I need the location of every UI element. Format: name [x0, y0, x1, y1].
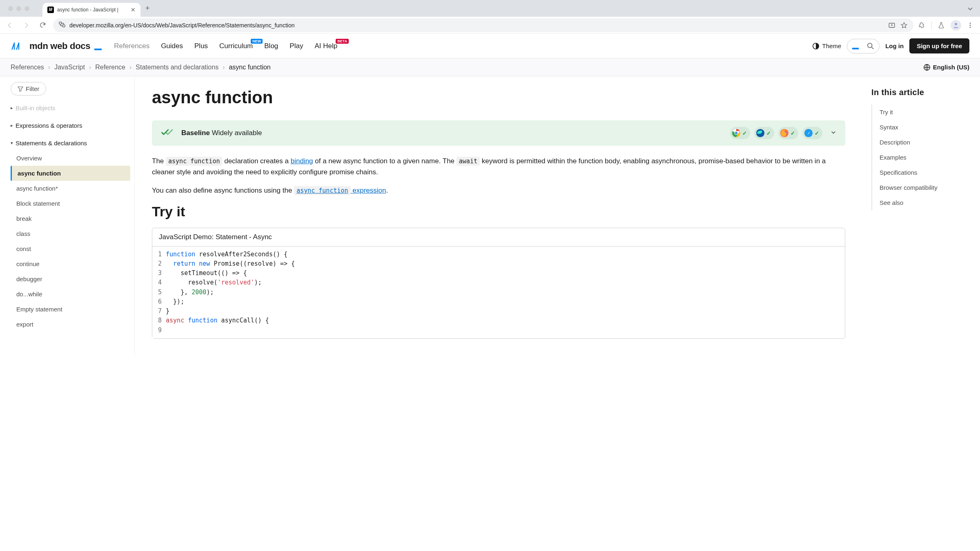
- nav-ai-help[interactable]: AI Help BETA: [314, 42, 337, 50]
- crumb-reference[interactable]: Reference: [95, 64, 125, 71]
- breadcrumb: References › JavaScript › Reference › St…: [11, 64, 271, 71]
- edge-icon: [756, 129, 765, 138]
- globe-icon: [923, 64, 931, 71]
- nav-curriculum[interactable]: Curriculum NEW: [219, 42, 253, 50]
- table-of-contents: In this article Try it Syntax Descriptio…: [862, 76, 980, 355]
- nav-guides[interactable]: Guides: [161, 42, 183, 50]
- language-switcher[interactable]: English (US): [923, 64, 969, 71]
- toc-try-it[interactable]: Try it: [872, 104, 970, 120]
- url-text: developer.mozilla.org/en-US/docs/Web/Jav…: [69, 22, 294, 29]
- svg-rect-0: [59, 22, 62, 24]
- search-icon: [867, 42, 874, 50]
- sidebar-item-break[interactable]: break: [11, 211, 130, 226]
- line-gutter: 123456789: [152, 247, 166, 338]
- new-badge: NEW: [251, 39, 263, 44]
- svg-point-4: [970, 22, 971, 24]
- sidebar-item-empty-statement[interactable]: Empty statement: [11, 302, 130, 317]
- sidebar-group-builtin[interactable]: Built-in objects: [11, 100, 130, 116]
- toc-browser-compatibility[interactable]: Browser compatibility: [872, 180, 970, 195]
- nav-blog[interactable]: Blog: [264, 42, 278, 50]
- svg-point-6: [970, 27, 971, 28]
- kebab-menu-icon[interactable]: [967, 22, 973, 29]
- main-nav: References Guides Plus Curriculum NEW Bl…: [114, 42, 337, 50]
- star-icon[interactable]: [900, 22, 908, 29]
- logo[interactable]: mdn web docs: [11, 41, 102, 51]
- extensions-icon[interactable]: [918, 22, 926, 29]
- minimize-window-icon[interactable]: [16, 6, 21, 11]
- toc-specifications[interactable]: Specifications: [872, 165, 970, 180]
- reload-button[interactable]: [37, 20, 48, 31]
- code-content[interactable]: function resolveAfter2Seconds() { return…: [166, 247, 295, 338]
- check-icon: ✓: [742, 130, 747, 136]
- site-controls-icon[interactable]: [59, 21, 65, 29]
- breadcrumb-row: References › JavaScript › Reference › St…: [0, 58, 980, 76]
- sidebar-item-async-function-star[interactable]: async function*: [11, 181, 130, 196]
- chevron-right-icon: ›: [129, 64, 131, 71]
- sidebar-item-block-statement[interactable]: Block statement: [11, 196, 130, 211]
- link-binding[interactable]: binding: [291, 157, 313, 165]
- address-bar[interactable]: developer.mozilla.org/en-US/docs/Web/Jav…: [53, 18, 913, 32]
- crumb-references[interactable]: References: [11, 64, 44, 71]
- toc-see-also[interactable]: See also: [872, 195, 970, 210]
- sidebar: Filter Built-in objects Expressions & op…: [0, 76, 135, 355]
- chevron-down-icon[interactable]: [967, 5, 973, 12]
- sidebar-group-statements[interactable]: Statements & declarations Overview async…: [11, 136, 130, 332]
- toc-examples[interactable]: Examples: [872, 150, 970, 165]
- sidebar-item-async-function[interactable]: async function: [11, 166, 130, 181]
- browser-support-pills: ✓ ✓ ✓ ✓: [730, 127, 822, 139]
- baseline-banner: Baseline Widely available ✓ ✓ ✓ ✓: [152, 120, 845, 146]
- search-button[interactable]: [847, 39, 880, 53]
- page-title: async function: [152, 88, 845, 107]
- toc-syntax[interactable]: Syntax: [872, 120, 970, 135]
- maximize-window-icon[interactable]: [24, 6, 29, 11]
- check-icon: ✓: [791, 130, 795, 136]
- svg-point-5: [970, 24, 971, 26]
- sidebar-item-overview[interactable]: Overview: [11, 151, 130, 166]
- sidebar-item-class[interactable]: class: [11, 226, 130, 241]
- main-content: async function Baseline Widely available…: [135, 76, 862, 355]
- baseline-text: Baseline Widely available: [181, 129, 262, 137]
- install-icon[interactable]: [888, 22, 895, 29]
- close-window-icon[interactable]: [8, 6, 13, 11]
- chrome-icon: [732, 129, 741, 138]
- nav-plus[interactable]: Plus: [194, 42, 208, 50]
- toc-description[interactable]: Description: [872, 135, 970, 150]
- check-icon: ✓: [815, 130, 819, 136]
- theme-icon: [812, 42, 820, 50]
- link-async-function-expression[interactable]: async function expression: [294, 187, 386, 194]
- close-tab-icon[interactable]: ✕: [131, 7, 136, 13]
- window-controls[interactable]: [3, 6, 34, 11]
- code-editor[interactable]: 123456789 function resolveAfter2Seconds(…: [152, 247, 845, 338]
- sidebar-item-continue[interactable]: continue: [11, 256, 130, 271]
- login-link[interactable]: Log in: [885, 42, 904, 49]
- new-tab-button[interactable]: +: [145, 4, 150, 13]
- logo-text: mdn web docs: [29, 41, 90, 51]
- labs-icon[interactable]: [938, 22, 945, 29]
- toc-title: In this article: [871, 88, 970, 97]
- code-await: await: [457, 157, 480, 166]
- signup-button[interactable]: Sign up for free: [909, 38, 969, 53]
- back-button[interactable]: [4, 20, 16, 31]
- safari-support: ✓: [802, 127, 822, 139]
- sidebar-item-const[interactable]: const: [11, 241, 130, 256]
- logo-underscore: [94, 49, 102, 50]
- crumb-statements[interactable]: Statements and declarations: [136, 64, 218, 71]
- filter-button[interactable]: Filter: [11, 82, 46, 96]
- browser-tab[interactable]: M async function - JavaScript | ✕: [42, 3, 140, 17]
- nav-references[interactable]: References: [114, 42, 149, 50]
- sidebar-group-expressions[interactable]: Expressions & operators: [11, 118, 130, 133]
- crumb-javascript[interactable]: JavaScript: [54, 64, 85, 71]
- tab-title: async function - JavaScript |: [57, 7, 127, 13]
- underscore-icon: [852, 48, 859, 49]
- firefox-support: ✓: [778, 127, 798, 139]
- demo-title: JavaScript Demo: Statement - Async: [152, 228, 845, 247]
- theme-button[interactable]: Theme: [812, 42, 841, 50]
- forward-button[interactable]: [20, 20, 32, 31]
- expand-banner-button[interactable]: [831, 129, 836, 137]
- sidebar-item-debugger[interactable]: debugger: [11, 271, 130, 287]
- sidebar-item-do-while[interactable]: do...while: [11, 287, 130, 302]
- sidebar-item-export[interactable]: export: [11, 317, 130, 332]
- profile-avatar[interactable]: [951, 20, 961, 31]
- nav-play[interactable]: Play: [290, 42, 303, 50]
- tab-strip: M async function - JavaScript | ✕ +: [0, 0, 980, 17]
